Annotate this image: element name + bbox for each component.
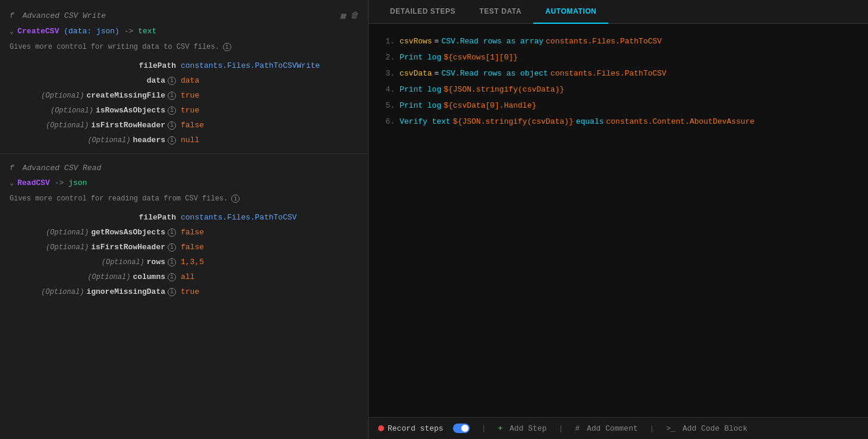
function-name-row-write: ⌄ CreateCSV (data: json) -> text bbox=[0, 24, 368, 40]
param-row-filepath2: filePath constants.Files.PathToCSV bbox=[0, 210, 368, 225]
param-optional-grao: (Optional) bbox=[46, 228, 89, 237]
param-name-irao: isRowsAsObjects bbox=[96, 106, 165, 115]
record-toggle[interactable] bbox=[453, 424, 470, 433]
step-num-3: 3. bbox=[380, 69, 395, 78]
info-icon-cmf[interactable]: i bbox=[168, 92, 176, 100]
add-step-prefix: + bbox=[498, 424, 502, 433]
chevron-write[interactable]: ⌄ bbox=[10, 27, 14, 36]
step-2-val: ${csvRows[1][0]} bbox=[444, 53, 518, 62]
param-value-grao[interactable]: false bbox=[181, 228, 204, 237]
info-icon-ifrh[interactable]: i bbox=[168, 121, 176, 130]
step-6-verify: Verify text bbox=[400, 117, 451, 126]
f-label-read: f bbox=[10, 164, 14, 173]
param-value-imd[interactable]: true bbox=[181, 287, 199, 296]
param-name-rows: rows bbox=[147, 258, 165, 266]
param-value-columns[interactable]: all bbox=[181, 272, 194, 281]
delete-icon-write[interactable]: 🗑 bbox=[350, 11, 358, 21]
step-3-eq: = bbox=[435, 69, 439, 78]
param-value-ifrh2[interactable]: false bbox=[181, 243, 204, 252]
step-5-val: ${csvData[0].Handle} bbox=[444, 101, 536, 110]
info-icon-ifrh2[interactable]: i bbox=[168, 243, 176, 252]
param-name-cmf: createMissingFile bbox=[86, 91, 165, 100]
step-content-5: Print log ${csvData[0].Handle} bbox=[400, 101, 856, 110]
section-title-read: Advanced CSV Read bbox=[23, 164, 102, 173]
function-name-write: CreateCSV bbox=[17, 27, 59, 36]
info-icon-data[interactable]: i bbox=[168, 77, 176, 85]
param-value-data[interactable]: data bbox=[181, 76, 199, 85]
param-row-filepath: filePath constants.Files.PathToCSVWrite bbox=[0, 58, 368, 73]
add-code-label: Add Code Block bbox=[683, 424, 747, 433]
info-icon-irao[interactable]: i bbox=[168, 106, 176, 115]
info-icon-grao[interactable]: i bbox=[168, 228, 176, 237]
param-name-filepath: filePath bbox=[139, 61, 176, 70]
step-num-2: 2. bbox=[380, 53, 395, 62]
step-num-6: 6. bbox=[380, 117, 395, 126]
chevron-read[interactable]: ⌄ bbox=[10, 178, 14, 187]
step-1-cmd: CSV.Read rows as array bbox=[441, 37, 543, 46]
copy-icon-write[interactable]: ▦ bbox=[341, 11, 345, 21]
step-num-5: 5. bbox=[380, 101, 395, 110]
tabs-bar: DETAILED STEPS TEST DATA AUTOMATION bbox=[369, 0, 868, 24]
param-optional-imd: (Optional) bbox=[41, 288, 84, 296]
function-name-row-read: ⌄ ReadCSV -> json bbox=[0, 176, 368, 192]
param-optional-rows: (Optional) bbox=[102, 258, 144, 266]
param-name-data: data bbox=[147, 76, 165, 85]
step-4-cmd: Print log bbox=[400, 85, 441, 94]
step-num-1: 1. bbox=[380, 37, 395, 46]
step-2-cmd: Print log bbox=[400, 53, 441, 62]
step-1-csvRows: csvRows bbox=[400, 37, 432, 46]
tab-detailed-steps[interactable]: DETAILED STEPS bbox=[378, 0, 467, 24]
section-title-write: Advanced CSV Write bbox=[23, 11, 106, 20]
step-content-2: Print log ${csvRows[1][0]} bbox=[400, 53, 856, 62]
param-optional-ifrh2: (Optional) bbox=[46, 243, 89, 252]
param-value-filepath2[interactable]: constants.Files.PathToCSV bbox=[181, 213, 297, 222]
step-content-6: Verify text ${JSON.stringify(csvData)} e… bbox=[400, 117, 856, 126]
separator-3: | bbox=[650, 424, 655, 433]
param-name-ifrh: isFirstRowHeader bbox=[91, 121, 165, 130]
param-row-data: data i data bbox=[0, 73, 368, 88]
param-value-rows[interactable]: 1,3,5 bbox=[181, 258, 204, 266]
param-value-cmf[interactable]: true bbox=[181, 91, 199, 100]
record-steps-button[interactable]: Record steps bbox=[378, 424, 444, 433]
record-dot-icon bbox=[378, 425, 384, 431]
add-code-block-button[interactable]: >_ Add Code Block bbox=[666, 424, 748, 433]
add-comment-button[interactable]: # Add Comment bbox=[575, 424, 637, 433]
section-header-csv-read: f Advanced CSV Read bbox=[0, 160, 368, 176]
param-name-ifrh2: isFirstRowHeader bbox=[91, 243, 165, 252]
function-sig-read: -> json bbox=[50, 178, 87, 187]
param-row-getRowsAsObjects: (Optional) getRowsAsObjects i false bbox=[0, 225, 368, 240]
info-icon-imd[interactable]: i bbox=[168, 288, 176, 296]
info-icon-desc-write[interactable]: i bbox=[223, 43, 231, 51]
param-value-irao[interactable]: true bbox=[181, 106, 199, 115]
steps-area: 1. csvRows = CSV.Read rows as array cons… bbox=[369, 24, 868, 417]
step-content-3: csvData = CSV.Read rows as object consta… bbox=[400, 69, 856, 78]
info-icon-rows[interactable]: i bbox=[168, 258, 176, 266]
tab-automation[interactable]: AUTOMATION bbox=[533, 0, 608, 24]
param-row-createMissingFile: (Optional) createMissingFile i true bbox=[0, 88, 368, 103]
param-value-headers[interactable]: null bbox=[181, 136, 199, 145]
step-3-cmd: CSV.Read rows as object bbox=[441, 69, 548, 78]
hash-icon: # bbox=[575, 424, 580, 433]
step-3-path: constants.Files.PathToCSV bbox=[551, 69, 666, 78]
info-icon-desc-read[interactable]: i bbox=[231, 195, 240, 203]
step-5-cmd: Print log bbox=[400, 101, 441, 110]
param-optional-cmf: (Optional) bbox=[41, 92, 84, 100]
left-panel: f Advanced CSV Write ▦ 🗑 ⌄ CreateCSV (da… bbox=[0, 0, 369, 439]
param-value-ifrh[interactable]: false bbox=[181, 121, 204, 130]
param-row-columns: (Optional) columns i all bbox=[0, 269, 368, 284]
add-step-button[interactable]: + Add Step bbox=[498, 424, 546, 433]
param-optional-irao: (Optional) bbox=[51, 106, 93, 115]
param-value-filepath[interactable]: constants.Files.PathToCSVWrite bbox=[181, 61, 320, 70]
separator-2: | bbox=[558, 424, 563, 433]
info-icon-columns[interactable]: i bbox=[168, 273, 176, 281]
function-sig-write: (data: json) -> text bbox=[59, 27, 156, 36]
record-steps-label: Record steps bbox=[388, 424, 444, 433]
step-6-equals: equals bbox=[576, 117, 604, 126]
info-icon-headers[interactable]: i bbox=[168, 136, 176, 145]
step-content-4: Print log ${JSON.stringify(csvData)} bbox=[400, 85, 856, 94]
section-csv-read: f Advanced CSV Read ⌄ ReadCSV -> json Gi… bbox=[0, 160, 368, 299]
section-icons-write: ▦ 🗑 bbox=[341, 11, 358, 21]
tab-test-data[interactable]: TEST DATA bbox=[467, 0, 533, 24]
section-csv-write: f Advanced CSV Write ▦ 🗑 ⌄ CreateCSV (da… bbox=[0, 7, 368, 148]
step-row-5: 5. Print log ${csvData[0].Handle} bbox=[380, 98, 856, 114]
